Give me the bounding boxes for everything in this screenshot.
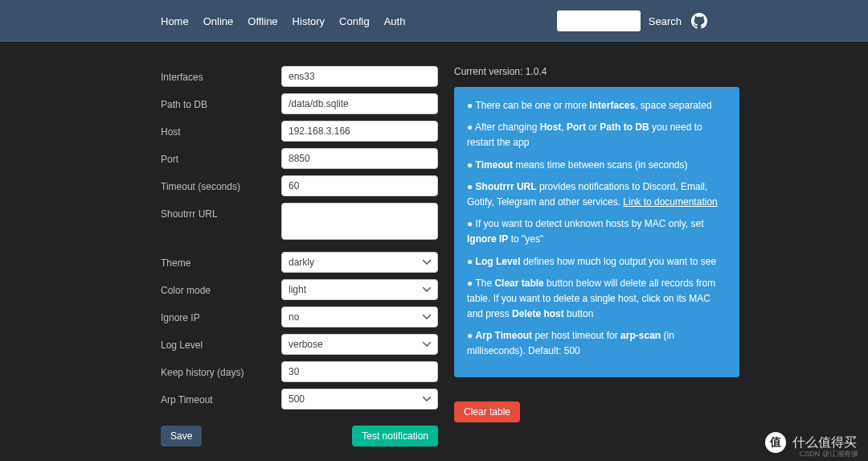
label-theme: Theme xyxy=(161,252,281,269)
version-text: Current version: 1.0.4 xyxy=(454,66,739,77)
button-row: Save Test notification xyxy=(161,426,438,447)
info-item: Log Level defines how much log output yo… xyxy=(467,254,727,270)
label-color-mode: Color mode xyxy=(161,279,281,296)
info-item: Arp Timeout per host timeout for arp-sca… xyxy=(467,328,727,359)
keep-history-input[interactable] xyxy=(281,361,438,382)
search-input[interactable] xyxy=(557,10,641,31)
info-item: There can be one or more Interfaces, spa… xyxy=(467,98,727,113)
info-item: If you want to detect unknown hosts by M… xyxy=(467,216,727,247)
github-icon[interactable] xyxy=(691,13,707,29)
label-keep-history: Keep history (days) xyxy=(161,361,281,378)
save-button[interactable]: Save xyxy=(161,426,202,447)
info-item: After changing Host, Port or Path to DB … xyxy=(467,120,727,150)
nav-auth[interactable]: Auth xyxy=(384,15,406,27)
navbar: Home Online Offline History Config Auth … xyxy=(0,0,868,42)
nav-history[interactable]: History xyxy=(293,15,325,27)
label-path-to-db: Path to DB xyxy=(161,93,281,110)
nav-links: Home Online Offline History Config Auth xyxy=(161,15,405,27)
search-label: Search xyxy=(649,15,682,27)
label-arp-timeout: Arp Timeout xyxy=(161,389,281,405)
watermark-icon: 值 xyxy=(765,432,786,453)
nav-right: Search xyxy=(557,10,707,31)
arp-timeout-select[interactable]: 500 xyxy=(281,389,438,410)
nav-config[interactable]: Config xyxy=(339,15,370,27)
host-input[interactable] xyxy=(281,121,438,142)
info-box: There can be one or more Interfaces, spa… xyxy=(454,87,739,377)
info-item: Shoutrrr URL provides notifications to D… xyxy=(467,179,727,210)
interfaces-input[interactable] xyxy=(281,66,438,87)
nav-home[interactable]: Home xyxy=(161,15,189,27)
timeout-input[interactable] xyxy=(281,175,438,196)
label-log-level: Log Level xyxy=(161,334,281,351)
label-host: Host xyxy=(161,121,281,138)
label-ignore-ip: Ignore IP xyxy=(161,307,281,323)
search-box: Search xyxy=(557,10,682,31)
color-mode-select[interactable]: light xyxy=(281,279,438,300)
label-port: Port xyxy=(161,148,281,165)
info-column: Current version: 1.0.4 There can be one … xyxy=(454,66,739,447)
label-shoutrrr: Shoutrrr URL xyxy=(161,203,281,220)
info-item: The Clear table button below will delete… xyxy=(467,276,727,323)
port-input[interactable] xyxy=(281,148,438,169)
csdn-watermark: CSDN @江湖有缘 xyxy=(800,449,858,459)
config-form: Interfaces Path to DB Host Port Timeout … xyxy=(161,66,438,447)
theme-select[interactable]: darkly xyxy=(281,252,438,273)
log-level-select[interactable]: verbose xyxy=(281,334,438,355)
label-interfaces: Interfaces xyxy=(161,66,281,83)
nav-offline[interactable]: Offline xyxy=(248,15,277,27)
ignore-ip-select[interactable]: no xyxy=(281,307,438,327)
nav-online[interactable]: Online xyxy=(203,15,234,27)
info-list: There can be one or more Interfaces, spa… xyxy=(467,98,727,360)
label-timeout: Timeout (seconds) xyxy=(161,175,281,192)
shoutrrr-input[interactable] xyxy=(281,203,438,240)
info-item: Timeout means time between scans (in sec… xyxy=(467,158,727,173)
path-to-db-input[interactable] xyxy=(281,93,438,114)
clear-table-button[interactable]: Clear table xyxy=(454,401,520,422)
main-container: Interfaces Path to DB Host Port Timeout … xyxy=(0,42,868,455)
test-notification-button[interactable]: Test notification xyxy=(352,426,438,447)
